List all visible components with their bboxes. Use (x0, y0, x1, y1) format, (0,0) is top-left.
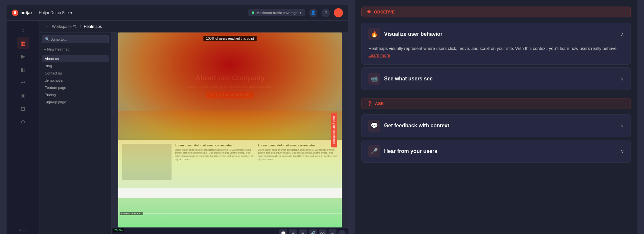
logo-text: hotjar (20, 10, 32, 15)
feedback-title: Get feedback with context (384, 123, 449, 129)
ask-icon: ❓ (367, 101, 372, 106)
visualize-icon: 🔥 (368, 28, 380, 40)
sidebar-survey-icon[interactable]: ↩ (17, 76, 29, 88)
comment-btn[interactable]: 💬 (279, 229, 287, 234)
visualize-title: Visualize user behavior (384, 31, 443, 37)
main-row: ⌂ ▦ ▶ ◧ ↩ ◉ ⊞ ⚙ ⟵ ← Workspace #1 / Heatm… (7, 21, 348, 234)
accordion-feedback-left: 💬 Get feedback with context (368, 120, 449, 132)
avg-fold-label: AVERAGE FOLD (120, 212, 143, 215)
avatar[interactable] (334, 8, 343, 17)
link-btn[interactable]: 🔗 (309, 229, 317, 234)
sidebar-dashboard-icon[interactable]: ⊞ (17, 103, 29, 115)
learn-more-link[interactable]: Learn more (368, 53, 390, 58)
page-item-feature[interactable]: Feature page (42, 84, 109, 91)
heatmap-tooltip: 100% of users reached this point (203, 36, 257, 41)
sidebar-bottom: ⟵ (17, 223, 29, 234)
layout-btn[interactable]: ⊟ (289, 229, 297, 234)
device-btn[interactable]: ⊞ (299, 229, 307, 234)
accordion-see: 📹 See what users see ∨ (361, 67, 631, 90)
hotjar-logo: hotjar (12, 10, 32, 16)
breadcrumb-back-icon[interactable]: ← (45, 24, 49, 29)
code-btn[interactable]: </> (319, 229, 327, 234)
help-icon[interactable]: ? (321, 9, 330, 17)
search-placeholder: Jump to... (51, 37, 67, 41)
hear-title: Hear from your users (384, 148, 437, 154)
new-heatmap-button[interactable]: + New heatmap (42, 46, 109, 53)
site-name[interactable]: Hotjar Demo Site ▾ (39, 11, 72, 15)
search-box[interactable]: 🔍 Jump to... (42, 35, 109, 43)
page-item-pricing[interactable]: Pricing (42, 91, 109, 98)
accordion-visualize-header[interactable]: 🔥 Visualize user behavior ∧ (362, 23, 631, 45)
sidebar-settings-icon[interactable]: ⚙ (17, 116, 29, 128)
breadcrumb-current: Heatmaps (84, 24, 102, 29)
breadcrumb-workspace: Workspace #1 (52, 24, 77, 29)
feedback-chevron: ∨ (621, 123, 624, 128)
observe-label: OBSERVE (374, 10, 395, 14)
breadcrumb-bar: ← Workspace #1 / Heatmaps (39, 21, 348, 32)
heatmap-overlay-mid (118, 111, 342, 189)
rate-experience-tab[interactable]: Rate your experience (331, 113, 337, 147)
left-sidebar: ⌂ ▦ ▶ ◧ ↩ ◉ ⊞ ⚙ ⟵ (7, 21, 39, 234)
page-item-signup[interactable]: Sign-up page (42, 98, 109, 106)
app-panel: hotjar Hotjar Demo Site ▾ Maximum traffi… (7, 5, 348, 234)
website-mockup: About our Company Lorem ipsum dolor amet… (118, 32, 342, 227)
feedback-icon: 💬 (368, 120, 380, 132)
heatmap-overlay-bottom (118, 198, 342, 227)
accordion-see-left: 📹 See what users see (368, 73, 433, 85)
sidebar-incoming-icon[interactable]: ◉ (17, 90, 29, 101)
accordion-feedback: 💬 Get feedback with context ∨ (361, 114, 631, 137)
add-user-icon[interactable]: 👤 (309, 9, 317, 17)
avg-fold-indicator: AVERAGE FOLD (118, 213, 342, 214)
accordion-header-left: 🔥 Visualize user behavior (368, 28, 443, 40)
more-btn[interactable]: ⋯ (329, 229, 336, 234)
heatmap-area: About our Company Lorem ipsum dolor amet… (112, 32, 348, 234)
hear-icon: 🎤 (368, 145, 380, 157)
inner-content: 🔍 Jump to... + New heatmap About us Blog… (39, 32, 348, 234)
observe-icon: 👁 (367, 10, 371, 14)
right-panel: 👁 OBSERVE 🔥 Visualize user behavior ∧ He… (355, 0, 637, 234)
see-title: See what users see (384, 76, 433, 82)
content-area: ← Workspace #1 / Heatmaps 🔍 Jump to... +… (39, 21, 348, 234)
accordion-hear: 🎤 Hear from your users ∨ (361, 140, 631, 163)
page-item-blog[interactable]: Blog (42, 62, 109, 70)
accordion-visualize: 🔥 Visualize user behavior ∧ Heatmaps vis… (361, 23, 631, 65)
see-icon: 📹 (368, 73, 380, 85)
sidebar-collapse-icon[interactable]: ⟵ (17, 224, 29, 234)
visualize-body: Heatmaps visually represent where users … (362, 45, 631, 64)
page-item-about[interactable]: About us (42, 55, 109, 62)
bottom-toolbar: 75.6% 💬 ⊟ ⊞ 🔗 </> ⋯ ⚓ (112, 227, 348, 234)
accordion-hear-left: 🎤 Hear from your users (368, 145, 437, 157)
page-list: 🔍 Jump to... + New heatmap About us Blog… (39, 32, 112, 234)
page-item-demo[interactable]: demo.hotjar (42, 77, 109, 84)
observe-tab[interactable]: 👁 OBSERVE (361, 7, 631, 17)
ask-tab[interactable]: ❓ ASK (361, 98, 631, 109)
anchor-link-icon[interactable]: ⚓ (338, 230, 346, 234)
visualize-chevron: ∧ (621, 32, 624, 37)
traffic-dot (252, 11, 254, 14)
page-item-contact[interactable]: Contact us (42, 70, 109, 77)
see-chevron: ∨ (621, 76, 624, 81)
sidebar-feedback-icon[interactable]: ◧ (17, 63, 29, 75)
sidebar-recordings-icon[interactable]: ▶ (17, 50, 29, 62)
top-bar-icons: 👤 ? (309, 8, 343, 17)
hear-chevron: ∨ (621, 149, 624, 154)
sidebar-home-icon[interactable]: ⌂ (17, 24, 29, 36)
pct-label: 75.6% (113, 228, 124, 232)
accordion-see-header[interactable]: 📹 See what users see ∨ (362, 68, 631, 90)
traffic-badge[interactable]: Maximum traffic coverage ▾ (248, 9, 305, 16)
hotjar-logo-icon (12, 10, 18, 16)
sidebar-heatmap-icon[interactable]: ▦ (17, 37, 29, 49)
top-bar: hotjar Hotjar Demo Site ▾ Maximum traffi… (7, 5, 348, 21)
ask-label: ASK (375, 101, 384, 106)
accordion-hear-header[interactable]: 🎤 Hear from your users ∨ (362, 140, 631, 162)
accordion-feedback-header[interactable]: 💬 Get feedback with context ∨ (362, 115, 631, 137)
